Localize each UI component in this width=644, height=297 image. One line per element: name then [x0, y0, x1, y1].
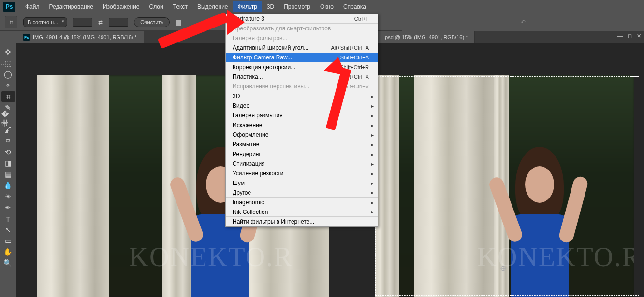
- tool-type[interactable]: T: [1, 213, 15, 224]
- document-tab-1[interactable]: Ps IMG_4901-4 @ 15% (IMG_4901, RGB/16) *: [16, 31, 144, 43]
- document-tab-label: .psd @ 15% (IMG_4901, RGB/16) *: [383, 34, 468, 40]
- toolbox-grip: [1, 64, 15, 67]
- tool-dodge[interactable]: ☀: [1, 191, 15, 202]
- tool-heal[interactable]: �带: [1, 113, 15, 124]
- menu-item-галерея-фильтров-: Галерея фильтров...: [226, 33, 378, 43]
- menu-3d[interactable]: 3D: [262, 1, 279, 12]
- menu-item-видео[interactable]: Видео: [226, 101, 378, 111]
- menu-просмотр[interactable]: Просмотр: [279, 1, 315, 12]
- watermark-text: KONEKTO.R: [129, 241, 293, 272]
- close-icon[interactable]: ✕: [637, 33, 641, 39]
- minimize-icon[interactable]: —: [617, 33, 623, 39]
- menu-item-преобразовать-для-смарт-фильтров: Преобразовать для смарт-фильтров: [226, 24, 378, 33]
- menu-item-адаптивный-широкий-угол-[interactable]: Адаптивный широкий угол...Alt+Shift+Ctrl…: [226, 43, 378, 53]
- tool-zoom[interactable]: 🔍: [1, 258, 15, 269]
- ratio-select[interactable]: В соотнош...: [23, 17, 67, 27]
- clear-button[interactable]: Очистить: [134, 17, 170, 27]
- menu-item-другое[interactable]: Другое: [226, 188, 378, 198]
- crop-tool-icon[interactable]: ⌗: [5, 16, 17, 28]
- menu-изображение[interactable]: Изображение: [98, 1, 145, 12]
- menu-item-галерея-размытия[interactable]: Галерея размытия: [226, 111, 378, 120]
- menu-справка[interactable]: Справка: [338, 1, 371, 12]
- menu-item-оформление[interactable]: Оформление: [226, 130, 378, 140]
- menu-item-усиление-резкости[interactable]: Усиление резкости: [226, 169, 378, 178]
- document-tab-label: IMG_4901-4 @ 15% (IMG_4901, RGB/16) *: [33, 34, 137, 40]
- tool-history[interactable]: ⟲: [1, 147, 15, 157]
- tool-path[interactable]: ↖: [1, 225, 15, 235]
- menu-item-стилизация[interactable]: Стилизация: [226, 159, 378, 169]
- ps-file-icon: Ps: [23, 34, 30, 41]
- menu-item-рендеринг[interactable]: Рендеринг: [226, 149, 378, 159]
- menubar: Ps ФайлРедактированиеИзображениеСлоиТекс…: [0, 0, 644, 14]
- tool-marquee[interactable]: ⬚: [1, 58, 15, 69]
- menu-окно[interactable]: Окно: [315, 1, 338, 12]
- tool-pen[interactable]: ✒: [1, 202, 15, 213]
- menu-item-искажение[interactable]: Искажение: [226, 120, 378, 130]
- menu-редактирование[interactable]: Редактирование: [44, 1, 98, 12]
- toolbox: ✥⬚◯✧⌗✎�带🖌⌑⟲◨▤💧☀✒T↖▭✋🔍: [0, 31, 16, 297]
- center-crosshair: ⊕: [500, 264, 506, 273]
- tool-lasso[interactable]: ◯: [1, 69, 15, 80]
- tool-move[interactable]: ✥: [1, 47, 15, 57]
- menu-item-шум[interactable]: Шум: [226, 178, 378, 188]
- menu-item-imagenomic[interactable]: Imagenomic: [226, 198, 378, 207]
- filter-menu-dropdown: Portraiture 3Ctrl+FПреобразовать для сма…: [225, 14, 378, 227]
- menu-item-portraiture-3[interactable]: Portraiture 3Ctrl+F: [226, 14, 378, 24]
- tool-blur[interactable]: 💧: [1, 180, 15, 191]
- tool-crop[interactable]: ⌗: [1, 91, 15, 102]
- swap-icon[interactable]: ⇄: [98, 19, 103, 26]
- menu-item-исправление-перспективы-: Исправление перспективы...Alt+Ctrl+V: [226, 82, 378, 91]
- app-logo: Ps: [3, 2, 15, 12]
- menu-item-3d[interactable]: 3D: [226, 91, 378, 101]
- ratio-height-input[interactable]: [109, 18, 128, 27]
- ratio-width-input[interactable]: [73, 18, 92, 27]
- tool-eraser[interactable]: ◨: [1, 158, 15, 169]
- menu-выделение[interactable]: Выделение: [192, 1, 233, 12]
- undo-icon[interactable]: ↶: [521, 19, 526, 26]
- menu-файл[interactable]: Файл: [20, 1, 44, 12]
- straighten-icon[interactable]: ▦: [176, 18, 182, 26]
- maximize-icon[interactable]: ◻: [628, 33, 632, 39]
- menu-item-пластика-[interactable]: Пластика...Shift+Ctrl+X: [226, 72, 378, 82]
- menu-item-коррекция-дисторсии-[interactable]: Коррекция дисторсии...Shift+Ctrl+R: [226, 62, 378, 72]
- menu-фильтр[interactable]: Фильтр: [233, 1, 262, 12]
- tool-wand[interactable]: ✧: [1, 80, 15, 91]
- tool-stamp[interactable]: ⌑: [1, 136, 15, 146]
- history-bar: ↶: [402, 14, 644, 31]
- menu-item-фильтр-camera-raw-[interactable]: Фильтр Camera Raw...Shift+Ctrl+A: [226, 53, 378, 62]
- tool-shape[interactable]: ▭: [1, 236, 15, 246]
- menu-слои[interactable]: Слои: [145, 1, 168, 12]
- menu-item-nik-collection[interactable]: Nik Collection: [226, 207, 378, 217]
- menu-текст[interactable]: Текст: [168, 1, 192, 12]
- tool-gradient[interactable]: ▤: [1, 169, 15, 180]
- window-controls: — ◻ ✕: [617, 33, 641, 39]
- tool-hand[interactable]: ✋: [1, 247, 15, 257]
- menu-item-найти-фильтры-в-интернете-[interactable]: Найти фильтры в Интернете...: [226, 217, 378, 226]
- document-tab-2[interactable]: .psd @ 15% (IMG_4901, RGB/16) *: [377, 31, 475, 43]
- menu-item-размытие[interactable]: Размытие: [226, 140, 378, 149]
